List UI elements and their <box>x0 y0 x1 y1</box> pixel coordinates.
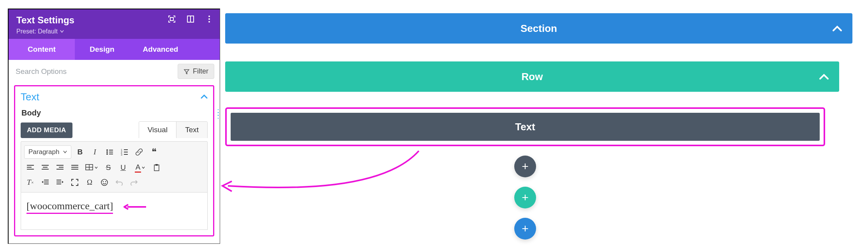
svg-rect-11 <box>109 154 113 154</box>
focus-icon[interactable] <box>168 15 176 23</box>
row-label: Row <box>522 71 543 83</box>
indent-button[interactable] <box>54 177 66 188</box>
redo-button[interactable] <box>128 177 140 188</box>
svg-point-3 <box>208 16 210 17</box>
svg-rect-28 <box>71 167 78 168</box>
svg-rect-38 <box>56 180 61 180</box>
svg-rect-9 <box>109 152 113 152</box>
svg-rect-22 <box>43 167 48 168</box>
svg-rect-17 <box>124 154 128 155</box>
editor-mode-tabs: Visual Text <box>139 121 208 138</box>
clear-formatting-button[interactable]: T× <box>24 177 37 188</box>
chevron-up-icon <box>201 94 208 101</box>
tab-content[interactable]: Content <box>9 39 75 60</box>
svg-rect-23 <box>42 169 49 170</box>
svg-point-43 <box>105 181 106 182</box>
svg-point-4 <box>208 18 210 20</box>
media-and-editor-tabs-row: ADD MEDIA Visual Text <box>21 121 208 138</box>
settings-header: Text Settings Preset: Default <box>9 9 220 39</box>
svg-point-8 <box>106 151 108 153</box>
svg-rect-0 <box>170 18 173 21</box>
editor-tab-text[interactable]: Text <box>176 122 207 138</box>
filter-icon <box>183 68 190 75</box>
align-right-button[interactable] <box>54 162 66 173</box>
svg-rect-29 <box>71 169 78 170</box>
text-module[interactable]: Text <box>231 113 820 141</box>
row-bar[interactable]: Row <box>225 61 839 92</box>
format-select[interactable]: Paragraph <box>24 145 71 159</box>
plus-icon: + <box>522 160 529 173</box>
svg-rect-35 <box>44 180 49 180</box>
svg-rect-19 <box>27 167 32 168</box>
outdent-button[interactable] <box>39 177 51 188</box>
svg-rect-18 <box>27 165 34 166</box>
section-bar[interactable]: Section <box>225 13 852 44</box>
svg-rect-33 <box>154 165 159 171</box>
search-row: Filter <box>9 60 220 83</box>
fullscreen-button[interactable] <box>69 177 81 188</box>
numbered-list-button[interactable]: 123 <box>118 146 131 158</box>
svg-point-5 <box>208 21 210 23</box>
add-buttons-stack: + + + <box>225 156 825 240</box>
caret-down-icon <box>63 150 67 154</box>
add-module-button[interactable]: + <box>514 156 536 177</box>
more-menu-icon[interactable] <box>205 15 213 23</box>
tab-advanced[interactable]: Advanced <box>129 39 192 60</box>
text-color-button[interactable]: A <box>132 162 148 173</box>
bold-button[interactable]: B <box>74 146 86 158</box>
italic-button[interactable]: I <box>88 146 101 158</box>
search-input[interactable] <box>14 64 174 79</box>
add-row-button[interactable]: + <box>514 187 536 208</box>
plus-icon: + <box>522 191 529 204</box>
body-label: Body <box>21 108 208 117</box>
text-settings-panel: Text Settings Preset: Default Content De… <box>8 9 220 244</box>
svg-point-6 <box>106 149 108 151</box>
svg-rect-21 <box>42 165 49 166</box>
align-justify-button[interactable] <box>69 162 81 173</box>
svg-rect-26 <box>56 169 64 170</box>
table-button[interactable] <box>83 162 100 173</box>
undo-button[interactable] <box>113 177 125 188</box>
svg-rect-7 <box>109 150 113 150</box>
underline-button[interactable]: U <box>117 162 129 173</box>
bullet-list-button[interactable] <box>103 146 116 158</box>
add-section-button[interactable]: + <box>514 218 536 240</box>
section-label: Section <box>520 23 557 35</box>
editor-content-area[interactable]: [woocommerce_cart] <box>21 192 208 230</box>
plus-icon: + <box>522 222 529 235</box>
svg-rect-39 <box>56 182 61 182</box>
emoji-button[interactable] <box>98 177 111 188</box>
svg-point-10 <box>106 153 108 155</box>
settings-tabs: Content Design Advanced <box>9 39 220 60</box>
text-option-group: Text Body ADD MEDIA Visual Text Paragrap… <box>14 85 214 236</box>
preset-selector[interactable]: Preset: Default <box>16 28 64 35</box>
tab-design[interactable]: Design <box>75 39 129 60</box>
paste-button[interactable] <box>150 162 163 173</box>
svg-rect-40 <box>56 184 61 184</box>
svg-rect-24 <box>56 165 64 166</box>
text-module-highlight: Text <box>225 107 825 146</box>
option-group-header[interactable]: Text <box>21 89 208 106</box>
svg-point-41 <box>101 179 108 186</box>
editor-tab-visual[interactable]: Visual <box>139 122 176 138</box>
filter-button[interactable]: Filter <box>178 64 214 79</box>
align-center-button[interactable] <box>39 162 51 173</box>
add-media-button[interactable]: ADD MEDIA <box>21 122 72 138</box>
special-char-button[interactable]: Ω <box>83 177 96 188</box>
panel-layout-icon[interactable] <box>186 15 195 23</box>
svg-rect-34 <box>155 164 158 166</box>
filter-label: Filter <box>193 67 208 75</box>
blockquote-button[interactable]: ❝ <box>148 146 160 158</box>
builder-canvas: Section Row Text + + + <box>225 13 852 240</box>
strikethrough-button[interactable]: S <box>102 162 115 173</box>
chevron-up-icon <box>819 71 829 83</box>
resize-handle-icon[interactable]: ⋮⋮ <box>214 110 223 117</box>
svg-text:3: 3 <box>121 153 122 156</box>
shortcode-text: [woocommerce_cart] <box>26 200 113 214</box>
annotation-arrow-small-icon <box>123 204 147 212</box>
option-group-name: Text <box>21 91 39 103</box>
format-select-label: Paragraph <box>28 148 59 156</box>
link-button[interactable] <box>133 146 145 158</box>
text-module-label: Text <box>515 121 535 133</box>
align-left-button[interactable] <box>24 162 37 173</box>
